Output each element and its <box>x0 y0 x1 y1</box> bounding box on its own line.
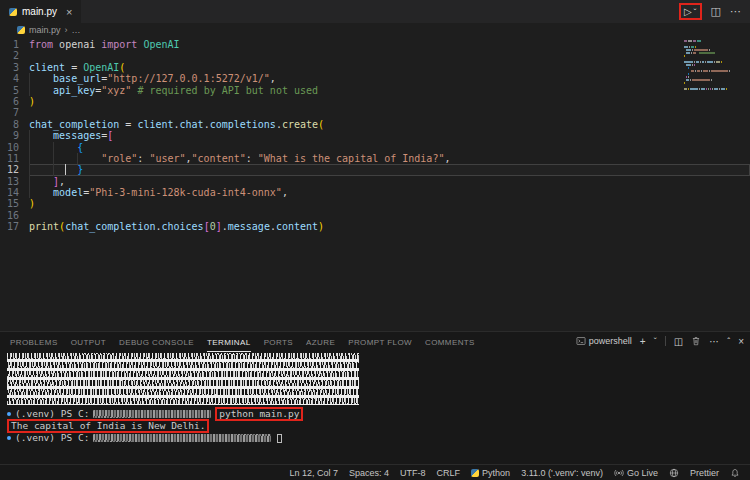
panel-tab-azure[interactable]: AZURE <box>306 334 335 352</box>
run-python-file-button[interactable]: ▷ <box>684 6 692 17</box>
split-editor-button[interactable]: ◫ <box>711 5 721 18</box>
code-line-content: client = OpenAI( <box>29 62 750 73</box>
code-line[interactable]: 4base_url="http://127.0.0.1:5272/v1/", <box>0 73 750 84</box>
breadcrumb[interactable]: main.py › … <box>0 23 750 36</box>
terminal-cursor <box>277 434 282 443</box>
code-token: ( <box>119 62 125 73</box>
code-line[interactable]: 12} <box>0 164 750 175</box>
close-panel-button[interactable]: × <box>738 336 744 347</box>
code-token: "user" <box>149 153 185 164</box>
code-line-content: messages=[ <box>29 130 750 141</box>
code-line-content <box>29 210 750 221</box>
minimap-token <box>691 70 694 72</box>
code-token: "Phi-3-mini-128k-cuda-int4-onnx" <box>89 187 282 198</box>
panel-more-actions-button[interactable]: ⋯ <box>709 336 719 347</box>
tab-close-icon[interactable]: × <box>66 6 72 18</box>
browser-preview-button[interactable] <box>669 468 679 478</box>
minimap-token <box>714 61 715 63</box>
terminal-profile-selector[interactable]: powershell <box>576 336 632 346</box>
code-line[interactable]: 16 <box>0 210 750 221</box>
python-interpreter-indicator[interactable]: 3.11.0 ('.venv': venv) <box>521 468 603 478</box>
indent-guide <box>29 176 53 187</box>
minimap-token <box>696 61 699 63</box>
code-token: chat <box>180 119 204 130</box>
terminal-line: (.venv) PS C: <box>7 432 750 444</box>
cursor-position-indicator[interactable]: Ln 12, Col 7 <box>290 468 339 478</box>
minimap-line <box>684 55 744 57</box>
go-live-label: Go Live <box>627 468 658 478</box>
maximize-panel-button[interactable]: ˆ <box>727 336 730 346</box>
minimap-token <box>710 88 711 90</box>
line-number: 9 <box>0 130 29 141</box>
code-line[interactable]: 7 <box>0 107 750 118</box>
code-token: print <box>29 221 59 232</box>
minimap-content <box>684 40 744 90</box>
code-line[interactable]: 13], <box>0 176 750 187</box>
notifications-bell-button[interactable] <box>730 468 740 478</box>
code-token: "http://127.0.0.1:5272/v1/" <box>107 73 270 84</box>
code-line[interactable]: 9messages=[ <box>0 130 750 141</box>
powershell-terminal-icon <box>576 336 586 346</box>
code-token: base_url <box>53 73 101 84</box>
code-line[interactable]: 5api_key="xyz" # required by API but not… <box>0 85 750 96</box>
red-highlighted-text: python main.py <box>215 407 303 421</box>
code-line[interactable]: 15) <box>0 198 750 209</box>
minimap-line <box>684 88 744 90</box>
panel-tab-terminal[interactable]: TERMINAL <box>207 334 251 352</box>
eol-indicator[interactable]: CRLF <box>437 468 461 478</box>
code-line-content: print(chat_completion.choices[0].message… <box>29 221 750 232</box>
code-line[interactable]: 2 <box>0 50 750 61</box>
code-editor[interactable]: 1from openai import OpenAI23client = Ope… <box>0 36 750 331</box>
code-line[interactable]: 14model="Phi-3-mini-128k-cuda-int4-onnx"… <box>0 187 750 198</box>
minimap-token <box>688 67 689 69</box>
go-live-button[interactable]: Go Live <box>614 468 658 478</box>
panel-tab-problems[interactable]: PROBLEMS <box>10 334 58 352</box>
code-token: : <box>137 153 149 164</box>
code-line[interactable]: 8chat_completion = client.chat.completio… <box>0 119 750 130</box>
terminal-content[interactable]: (.venv) PS C:python main.pyThe capital o… <box>0 350 750 464</box>
panel-tab-output[interactable]: OUTPUT <box>71 334 106 352</box>
code-line[interactable]: 6) <box>0 96 750 107</box>
split-terminal-button[interactable]: ◫ <box>674 336 683 347</box>
code-line-content: ], <box>29 176 750 187</box>
new-terminal-button[interactable]: + <box>640 336 646 347</box>
redacted-text <box>93 434 271 442</box>
run-button-red-highlight: ▷ ˇ <box>679 3 702 20</box>
panel-tab-debug-console[interactable]: DEBUG CONSOLE <box>119 334 194 352</box>
indentation-indicator[interactable]: Spaces: 4 <box>349 468 389 478</box>
code-token: openai <box>59 39 101 50</box>
minimap-token <box>700 61 701 63</box>
minimap-line <box>684 67 744 69</box>
terminal-lines: (.venv) PS C:python main.pyThe capital o… <box>7 408 750 444</box>
breadcrumb-file[interactable]: main.py <box>29 25 61 35</box>
code-line[interactable]: 11"role": "user","content": "What is the… <box>0 153 750 164</box>
terminal-dropdown-chevron-icon[interactable]: ˇ <box>654 336 657 346</box>
code-line[interactable]: 17print(chat_completion.choices[0].messa… <box>0 221 750 232</box>
code-line[interactable]: 10{ <box>0 142 750 153</box>
prettier-indicator[interactable]: Prettier <box>690 468 719 478</box>
code-line-content: api_key="xyz" # required by API but not … <box>29 85 750 96</box>
divider <box>665 336 666 346</box>
panel-tab-comments[interactable]: COMMENTS <box>425 334 475 352</box>
kill-terminal-button[interactable] <box>691 336 701 346</box>
run-dropdown-chevron-icon[interactable]: ˇ <box>694 7 697 17</box>
code-token: import <box>101 39 143 50</box>
encoding-indicator[interactable]: UTF-8 <box>400 468 426 478</box>
panel-tab-ports[interactable]: PORTS <box>264 334 293 352</box>
code-token: OpenAI <box>143 39 179 50</box>
minimap-token <box>693 52 696 54</box>
tab-main-py[interactable]: main.py × <box>0 0 82 23</box>
editor-more-actions-button[interactable]: ⋯ <box>730 5 741 18</box>
status-bar-right: Ln 12, Col 7 Spaces: 4 UTF-8 CRLF Python… <box>290 468 740 478</box>
indent-guide <box>29 142 53 153</box>
code-line[interactable]: 1from openai import OpenAI <box>0 39 750 50</box>
panel-tab-prompt-flow[interactable]: PROMPT FLOW <box>348 334 412 352</box>
line-number: 2 <box>0 50 29 61</box>
code-token: choices <box>161 221 203 232</box>
minimap-token <box>709 70 710 72</box>
code-line[interactable]: 3client = OpenAI( <box>0 62 750 73</box>
minimap-line <box>684 58 744 60</box>
language-mode-indicator[interactable]: Python <box>471 468 510 478</box>
minimap-token <box>705 61 706 63</box>
minimap[interactable] <box>684 40 744 91</box>
